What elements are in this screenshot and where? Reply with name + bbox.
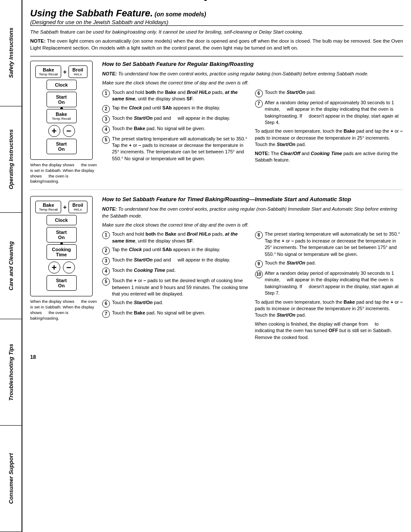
page-title-suffix: (on some models) [153, 11, 206, 18]
section2-container: BakeTemp Recall + BroilHi/Lo Clock Start… [30, 196, 403, 348]
section2-bake-btn-top[interactable]: BakeTemp Recall [35, 201, 61, 213]
sidebar-label-operating: Operating Instructions [8, 129, 14, 189]
section2-caption: When the display shows the oven is set i… [30, 299, 97, 321]
section2-right-panel: How to Set Sabbath Feature for Timed Bak… [102, 196, 403, 343]
section2-plus-sep: + [63, 204, 66, 211]
sidebar-section-safety: Safety Instructions [0, 0, 22, 106]
sidebar-section-consumer: Consumer Support [0, 426, 22, 532]
cooking-time-btn[interactable]: CookingTime [47, 244, 77, 260]
section2-start-on-row: StartOn [33, 227, 90, 243]
section2-plus-btn[interactable]: + [48, 261, 60, 274]
section2-clock-btn[interactable]: Clock [47, 215, 77, 225]
bake-dot-container: BakeTemp Recall [33, 109, 90, 123]
section1-step4: 4 Touch the Bake pad. No signal will be … [102, 125, 251, 134]
section2-oven-diagram: BakeTemp Recall + BroilHi/Lo Clock Start… [30, 196, 93, 296]
section1-step2: 2 Tap the Clock pad until SAb appears in… [102, 105, 251, 113]
broil-btn-top[interactable]: BroilHi/Lo [68, 65, 87, 78]
intro-block: The Sabbath feature can be used for baki… [30, 25, 403, 56]
plus-minus-row: + − [33, 125, 90, 137]
bake-btn-mid[interactable]: BakeTemp Recall [47, 109, 77, 123]
page-subtitle: (Designed for use on the Jewish Sabbath … [30, 19, 168, 25]
section2-start-on-btn[interactable]: StartOn [47, 227, 77, 243]
section1-container: BakeTemp Recall + BroilHi/Lo Clock Start… [30, 61, 403, 190]
top-btn-row: BakeTemp Recall + BroilHi/Lo [33, 65, 90, 78]
sidebar-section-troubleshooting: Troubleshooting Tips [0, 319, 22, 426]
clock-row: Clock [33, 80, 90, 90]
start-on-btn-1[interactable]: StartOn [47, 92, 77, 107]
sidebar-label-consumer: Consumer Support [8, 453, 14, 504]
section2-step6: 6 Touch the Start/On pad. [102, 299, 251, 308]
bake-btn-top[interactable]: BakeTemp Recall [35, 65, 61, 78]
section2-step1: 1 Touch and hold both the Bake and Broil… [102, 231, 251, 244]
intro-line1: The Sabbath feature can be used for baki… [30, 28, 403, 36]
section2-top-btn-row: BakeTemp Recall + BroilHi/Lo [33, 201, 90, 213]
section2-heading: How to Set Sabbath Feature for Timed Bak… [102, 196, 403, 202]
section1-adjust: To adjust the oven temperature, touch th… [255, 128, 404, 163]
section2-cooking-with-dot: CookingTime [47, 244, 77, 260]
section2-step4: 4 Touch the Cooking Time pad. [102, 267, 251, 275]
section2-step3: 3 Touch the Start/On pad and will appear… [102, 257, 251, 265]
section2-left-panel: BakeTemp Recall + BroilHi/Lo Clock Start… [30, 196, 97, 343]
section1-step7: 7 After a random delay period of approxi… [255, 100, 404, 126]
start-on-row-1: StartOn [33, 92, 90, 107]
plus-separator: + [63, 68, 66, 75]
section2-dot-right [204, 0, 207, 1]
sidebar: Safety Instructions Operating Instructio… [0, 0, 22, 532]
page-title-block: Using the Sabbath Feature. (on some mode… [30, 8, 403, 25]
section1-step5: 5 The preset starting temperature will a… [102, 136, 251, 162]
section2-steps-container: 1 Touch and hold both the Bake and Broil… [102, 231, 403, 342]
section1-note: NOTE: To understand how the oven control… [102, 71, 403, 77]
section1-right-steps: 6 Touch the Start/On pad. 7 After a rand… [255, 89, 404, 166]
sidebar-section-care: Care and Cleaning [0, 213, 22, 319]
section2-step10: 10 After a random delay period of approx… [255, 270, 404, 297]
bake-with-dot: BakeTemp Recall [47, 109, 77, 123]
plus-btn[interactable]: + [48, 125, 60, 137]
page-number: 18 [30, 354, 403, 360]
section2-start-on-bottom-row: StartOn [33, 275, 90, 291]
section1-heading: How to Set Sabbath Feature for Regular B… [102, 61, 403, 67]
section2-make-sure: Make sure the clock shows the correct ti… [102, 222, 403, 228]
section2-minus-btn[interactable]: − [63, 261, 75, 274]
start-on-bottom-row: StartOn [33, 139, 90, 154]
section2-broil-btn[interactable]: BroilHi/Lo [68, 201, 87, 213]
clock-btn[interactable]: Clock [47, 80, 77, 90]
section1-oven-diagram: BakeTemp Recall + BroilHi/Lo Clock Start… [30, 61, 93, 160]
intro-note: NOTE: The oven light comes on automatica… [30, 37, 403, 52]
page-title: Using the Sabbath Feature. (on some mode… [30, 8, 206, 19]
section2-clock-row: Clock [33, 215, 90, 225]
section2-right-steps: 8 The preset starting temperature will a… [255, 231, 404, 342]
section2-note: NOTE: To understand how the oven control… [102, 206, 403, 219]
start-on-btn-bottom[interactable]: StartOn [47, 139, 77, 154]
sidebar-label-troubleshooting: Troubleshooting Tips [8, 344, 14, 401]
section2-left-steps: 1 Touch and hold both the Bake and Broil… [102, 231, 251, 342]
main-content: Using the Sabbath Feature. (on some mode… [22, 0, 411, 532]
section2-cooking-container: CookingTime [33, 244, 90, 260]
section1-steps-container: 1 Touch and hold both the Bake and Broil… [102, 89, 403, 166]
section2-adjust: To adjust the oven temperature, touch th… [255, 299, 404, 341]
sidebar-section-operating: Operating Instructions [0, 106, 22, 213]
section1-step6: 6 Touch the Start/On pad. [255, 89, 404, 97]
sidebar-label-safety: Safety Instructions [8, 28, 14, 78]
section1-make-sure: Make sure the clock shows the correct ti… [102, 80, 403, 86]
section2-step7: 7 Touch the Bake pad. No signal will be … [102, 310, 251, 318]
section1-right-panel: How to Set Sabbath Feature for Regular B… [102, 61, 403, 184]
sidebar-label-care: Care and Cleaning [8, 241, 14, 290]
section2-plus-minus-row: + − [33, 261, 90, 274]
section2-step2: 2 Tap the Clock pad until SAb appears in… [102, 246, 251, 255]
section1-left-panel: BakeTemp Recall + BroilHi/Lo Clock Start… [30, 61, 97, 184]
section2-step5: 5 Touch the + or – pads to set the desir… [102, 277, 251, 297]
section1-left-steps: 1 Touch and hold both the Bake and Broil… [102, 89, 251, 166]
minus-btn[interactable]: − [63, 125, 75, 137]
section2-step8: 8 The preset starting temperature will a… [255, 231, 404, 258]
section1-step3: 3 Touch the Start/On pad and will appear… [102, 115, 251, 123]
section1-caption: When the display shows the oven is set i… [30, 162, 97, 184]
section2-start-on-bottom-btn[interactable]: StartOn [47, 275, 77, 291]
section2-step9: 9 Touch the Start/On pad. [255, 260, 404, 268]
section1-step1: 1 Touch and hold both the Bake and Broil… [102, 89, 251, 103]
